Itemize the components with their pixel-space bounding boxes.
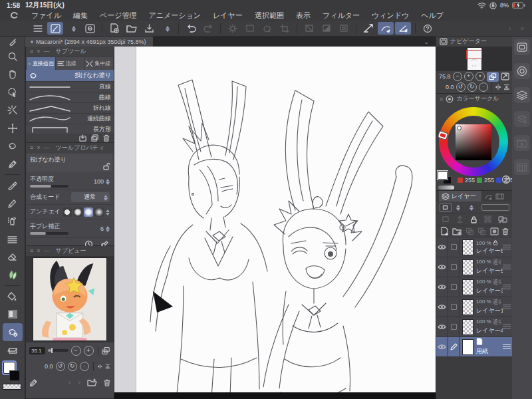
mode-chevrons[interactable] — [65, 22, 80, 35]
subtool-item-straight-line[interactable]: 直線 — [26, 82, 114, 92]
lock-transparent-icon[interactable] — [484, 215, 491, 223]
menu-layer[interactable]: レイヤー — [213, 11, 243, 21]
stabilization-stepper[interactable] — [106, 224, 110, 233]
edit-mode-button[interactable] — [47, 22, 63, 35]
new-folder-icon[interactable] — [452, 227, 462, 235]
panel-menu-icon[interactable]: ≡ — [30, 49, 33, 55]
antialias-medium-option[interactable] — [84, 207, 93, 217]
subview-prev-button[interactable]: ‹ — [68, 378, 71, 387]
saturation-value-square[interactable] — [456, 124, 491, 160]
navigator-zoom-out-button[interactable]: − — [453, 72, 462, 81]
tool-figure[interactable] — [3, 323, 23, 341]
animation-tab-icon[interactable] — [495, 193, 504, 200]
subtool-item-rectangle[interactable]: 長方形 — [26, 124, 114, 134]
panel-menu-icon[interactable]: ≡ — [440, 96, 443, 102]
layer-row[interactable]: 100 % 通常 レイヤー3 — [436, 277, 513, 297]
menu-window[interactable]: ウィンドウ — [372, 11, 409, 21]
layer-thumbnail[interactable] — [462, 299, 473, 315]
select-all-button[interactable] — [225, 22, 241, 35]
layer-blend-stepper[interactable] — [469, 203, 473, 212]
panel-close-icon[interactable]: × — [37, 248, 40, 254]
tool-move-layer[interactable] — [3, 119, 23, 137]
layer-visible-icon[interactable] — [438, 304, 446, 310]
ruler-lock-icon[interactable] — [456, 215, 464, 223]
subview-eyedropper-icon[interactable] — [29, 378, 38, 387]
layer-visible-icon[interactable] — [438, 264, 446, 270]
layer-menu-icon[interactable] — [503, 257, 511, 277]
navigator-viewport-rect[interactable] — [466, 50, 482, 59]
subtool-item-curve[interactable]: 曲線 — [26, 92, 114, 103]
layer-menu-icon[interactable] — [503, 337, 511, 356]
menu-help[interactable]: ヘルプ — [421, 11, 444, 21]
subview-switch-icon[interactable] — [102, 346, 110, 355]
paper-thumbnail[interactable] — [462, 339, 473, 355]
antialias-strong-option[interactable] — [94, 207, 104, 217]
stabilization-value[interactable]: 6 — [100, 225, 104, 232]
menu-page-manage[interactable]: ページ管理 — [100, 11, 137, 21]
color-panel-button[interactable] — [514, 63, 530, 79]
navigator-rotate-left-button[interactable]: ↺ — [456, 82, 466, 92]
subtool-item-continuous-curve[interactable]: 連続曲線 — [26, 114, 114, 124]
tool-gradient[interactable] — [3, 305, 23, 323]
layer-thumbnail[interactable] — [462, 239, 473, 255]
antialias-weak-option[interactable] — [73, 207, 82, 217]
layer-property-panel-button[interactable] — [514, 111, 530, 127]
layer-menu-icon[interactable] — [503, 277, 511, 297]
subview-next-button[interactable]: › — [78, 378, 80, 387]
subview-zoom-value[interactable]: 35.1 — [29, 347, 45, 354]
delete-subtool-icon[interactable] — [103, 134, 110, 142]
layer-visible-icon[interactable] — [438, 344, 446, 350]
layer-row[interactable]: 100 % レイヤー6 — [436, 237, 513, 257]
tool-selection-lasso[interactable] — [3, 137, 23, 155]
opacity-value[interactable]: 100 — [94, 178, 104, 185]
menu-filter[interactable]: フィルター — [323, 11, 360, 21]
lock-layer-icon[interactable] — [470, 215, 477, 223]
color-mode-icon[interactable] — [501, 175, 511, 184]
subview-image-area[interactable] — [26, 256, 114, 342]
layer-mask-icon[interactable] — [490, 227, 499, 235]
opacity-slider[interactable] — [30, 185, 68, 188]
layer-thumbnail[interactable] — [462, 319, 473, 335]
layer-combine-button[interactable] — [440, 203, 452, 212]
crop-button[interactable] — [277, 22, 293, 35]
sv-marker[interactable] — [457, 126, 462, 130]
subview-fit-icon[interactable] — [105, 362, 110, 370]
transfer-layer-icon[interactable] — [466, 227, 474, 235]
antialias-none-option[interactable] — [63, 207, 72, 217]
navigator-rotate-right-button[interactable]: ↻ — [467, 82, 477, 92]
delete-layer-icon[interactable] — [502, 227, 509, 235]
tool-hand[interactable] — [3, 65, 23, 83]
subview-flip-horizontal-icon[interactable] — [97, 362, 102, 370]
antialias-stepper[interactable] — [106, 207, 110, 217]
panel-minimize-icon[interactable]: — — [44, 145, 50, 151]
subtool-tab-saturated-lines[interactable]: 集中線 — [84, 57, 113, 70]
layer-thumbnail[interactable] — [462, 279, 473, 295]
subtool-item-polyline[interactable]: 折れ線 — [26, 103, 114, 114]
selection-half-button[interactable] — [319, 22, 334, 35]
tool-auto-select[interactable] — [3, 101, 23, 119]
subview-delete-icon[interactable] — [104, 379, 110, 386]
layer-checkbox[interactable] — [451, 244, 457, 250]
panel-menu-icon[interactable]: ≡ — [30, 145, 33, 151]
add-subtool-icon[interactable] — [79, 134, 86, 142]
open-file-button[interactable] — [124, 22, 140, 35]
tool-decoration[interactable] — [3, 230, 23, 248]
layer-row[interactable]: 100 % 通常 レイヤー1 — [436, 297, 513, 317]
panel-minimize-icon[interactable]: — — [44, 49, 50, 55]
navigator-fit-button[interactable] — [487, 72, 499, 82]
navigator-rotation-value[interactable]: 0.0 — [446, 84, 454, 90]
panel-minimize-icon[interactable]: — — [44, 248, 50, 254]
subview-rotate-left-button[interactable]: ↺ — [56, 362, 65, 371]
snap-special-ruler-button[interactable] — [378, 22, 394, 35]
tool-airbrush[interactable] — [3, 212, 23, 230]
opacity-stepper[interactable] — [106, 177, 110, 186]
layer-checkbox[interactable] — [451, 264, 457, 270]
clip-to-layer-icon[interactable] — [442, 215, 450, 223]
deselect-button[interactable] — [242, 22, 258, 35]
duplicate-subtool-icon[interactable] — [91, 134, 98, 142]
tool-pencil[interactable] — [3, 194, 23, 212]
tool-blend[interactable] — [3, 266, 23, 284]
stabilization-slider[interactable] — [30, 232, 68, 235]
help-button[interactable] — [420, 22, 436, 35]
layer-visible-icon[interactable] — [438, 284, 446, 290]
